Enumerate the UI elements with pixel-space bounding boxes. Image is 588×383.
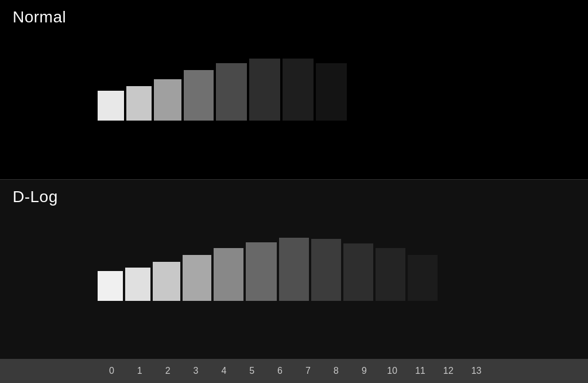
axis-label-5: 5 xyxy=(238,366,266,376)
axis-label-1: 1 xyxy=(126,366,154,376)
normal-swatches xyxy=(0,59,588,121)
dlog-swatch-6 xyxy=(279,238,309,301)
dlog-swatch-0 xyxy=(98,271,123,301)
axis-label-2: 2 xyxy=(154,366,182,376)
normal-swatch-box-5 xyxy=(249,59,280,121)
axis-bar: 012345678910111213 xyxy=(0,359,588,383)
dlog-swatch-box-6 xyxy=(279,238,309,301)
dlog-swatch-10 xyxy=(408,255,438,301)
normal-swatch-1 xyxy=(126,86,152,121)
dlog-swatch-7 xyxy=(311,239,341,301)
dlog-label: D-Log xyxy=(13,188,58,206)
dlog-swatch-9 xyxy=(376,248,405,301)
dlog-swatch-2 xyxy=(153,262,180,301)
dlog-swatch-box-4 xyxy=(214,248,243,301)
axis-label-10: 10 xyxy=(378,366,407,376)
dlog-swatch-box-7 xyxy=(311,239,341,301)
normal-swatch-box-4 xyxy=(216,63,247,121)
axis-label-13: 13 xyxy=(462,366,490,376)
dlog-swatch-box-8 xyxy=(343,243,373,301)
normal-swatch-box-2 xyxy=(154,79,181,121)
normal-swatch-4 xyxy=(216,63,247,121)
axis-label-4: 4 xyxy=(210,366,238,376)
dlog-swatch-box-10 xyxy=(408,255,438,301)
dlog-panel: D-Log xyxy=(0,180,588,359)
normal-swatch-2 xyxy=(154,79,181,121)
dlog-swatch-box-5 xyxy=(246,242,277,301)
dlog-swatch-3 xyxy=(183,255,211,301)
axis-label-11: 11 xyxy=(406,366,434,376)
normal-swatch-box-6 xyxy=(283,59,314,121)
dlog-swatch-4 xyxy=(214,248,243,301)
dlog-swatch-box-3 xyxy=(183,255,211,301)
axis-label-0: 0 xyxy=(98,366,126,376)
normal-swatch-box-0 xyxy=(98,91,124,121)
normal-swatch-box-3 xyxy=(184,70,214,121)
normal-label: Normal xyxy=(13,8,66,26)
normal-swatch-7 xyxy=(316,63,347,121)
normal-swatch-0 xyxy=(98,91,124,121)
axis-label-6: 6 xyxy=(266,366,294,376)
dlog-swatch-5 xyxy=(246,242,277,301)
dlog-swatch-box-0 xyxy=(98,271,123,301)
dlog-swatch-box-2 xyxy=(153,262,180,301)
normal-panel: Normal xyxy=(0,0,588,180)
normal-swatch-5 xyxy=(249,59,280,121)
dlog-swatches xyxy=(0,238,588,301)
normal-swatch-box-1 xyxy=(126,86,152,121)
normal-swatch-3 xyxy=(184,70,214,121)
dlog-swatch-8 xyxy=(343,243,373,301)
dlog-swatch-box-1 xyxy=(125,268,150,301)
axis-label-8: 8 xyxy=(322,366,350,376)
axis-label-12: 12 xyxy=(434,366,462,376)
axis-label-9: 9 xyxy=(350,366,378,376)
normal-swatch-box-7 xyxy=(316,63,347,121)
normal-swatch-6 xyxy=(283,59,314,121)
axis-label-7: 7 xyxy=(294,366,322,376)
dlog-swatch-box-9 xyxy=(376,248,405,301)
axis-label-3: 3 xyxy=(182,366,210,376)
dlog-swatch-1 xyxy=(125,268,150,301)
